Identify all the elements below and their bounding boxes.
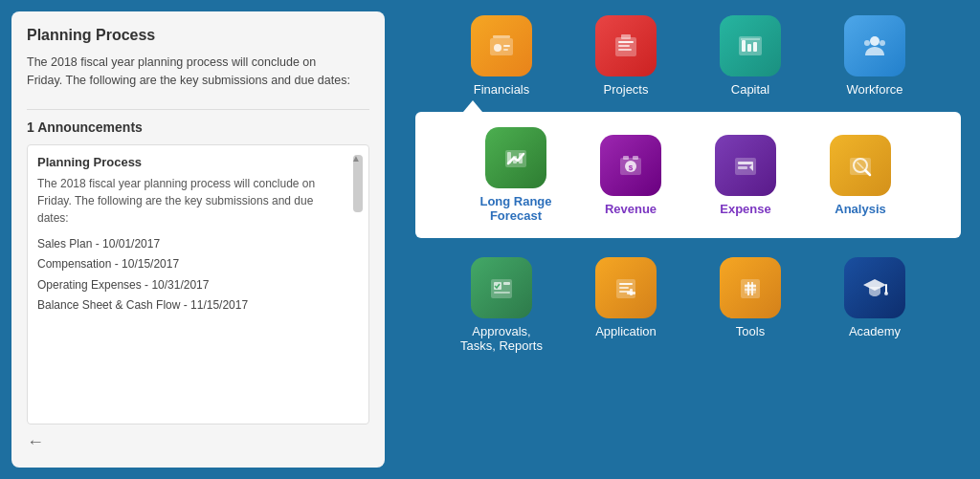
top-apps-row: Financials Projects (415, 15, 961, 97)
svg-rect-12 (747, 44, 751, 52)
svg-rect-43 (627, 292, 635, 294)
ann-item-1: Sales Plan - 10/01/2017 (37, 234, 359, 255)
revenue-label: Revenue (605, 202, 657, 216)
svg-point-15 (870, 36, 880, 46)
approvals-icon (471, 257, 532, 318)
academy-label: Academy (849, 324, 901, 338)
dropdown-box: Long Range Forecast $ Revenue (415, 112, 961, 238)
svg-rect-29 (738, 166, 747, 169)
svg-text:$: $ (629, 163, 634, 172)
svg-rect-36 (503, 282, 510, 285)
capital-label: Capital (731, 82, 769, 97)
announcement-text: The 2018 fiscal year planning process wi… (37, 175, 359, 227)
svg-rect-20 (513, 156, 517, 163)
tools-label: Tools (736, 324, 765, 338)
svg-rect-4 (503, 49, 508, 51)
svg-point-52 (884, 292, 888, 295)
svg-rect-39 (619, 283, 633, 285)
ann-item-4: Balance Sheet & Cash Flow - 11/15/2017 (37, 295, 359, 316)
svg-point-2 (494, 44, 501, 52)
app-approvals[interactable]: Approvals, Tasks, Reports (458, 257, 545, 353)
analysis-label: Analysis (835, 202, 885, 216)
app-application[interactable]: Application (583, 257, 669, 353)
scroll-arrow-up[interactable]: ▲ (351, 153, 361, 163)
app-long-range-forecast[interactable]: Long Range Forecast (473, 127, 559, 223)
announcement-heading: Planning Process (37, 155, 359, 169)
right-panel: Financials Projects (396, 0, 980, 479)
svg-rect-21 (519, 153, 523, 163)
announcement-scrollbar[interactable] (353, 155, 363, 212)
application-icon (595, 257, 657, 318)
svg-rect-40 (619, 287, 629, 289)
academy-icon (844, 257, 905, 318)
svg-rect-26 (633, 156, 638, 160)
application-label: Application (595, 324, 657, 338)
long-range-forecast-label: Long Range Forecast (473, 194, 559, 223)
svg-point-16 (864, 40, 870, 46)
svg-rect-1 (493, 35, 510, 38)
app-capital[interactable]: Capital (707, 15, 793, 97)
svg-point-17 (880, 40, 885, 46)
projects-label: Projects (604, 82, 649, 97)
app-analysis[interactable]: Analysis (817, 135, 903, 216)
capital-icon (720, 15, 781, 76)
app-expense[interactable]: Expense (702, 135, 789, 216)
workforce-icon (844, 15, 905, 76)
planning-description: The 2018 fiscal year planning process wi… (27, 54, 369, 90)
left-panel: Planning Process The 2018 fiscal year pl… (11, 11, 385, 468)
ann-item-2: Compensation - 10/15/2017 (37, 254, 359, 275)
svg-rect-11 (742, 40, 746, 52)
svg-rect-37 (494, 292, 510, 294)
svg-rect-19 (507, 152, 511, 163)
planning-process-title: Planning Process (27, 27, 369, 44)
app-financials[interactable]: Financials (458, 15, 545, 97)
app-tools[interactable]: Tools (707, 257, 793, 353)
back-button[interactable]: ← (27, 432, 369, 452)
svg-rect-25 (623, 156, 629, 160)
projects-icon (595, 15, 657, 76)
expense-icon (715, 135, 776, 196)
announcements-title: 1 Announcements (27, 109, 369, 135)
svg-rect-28 (738, 162, 753, 164)
svg-rect-3 (503, 45, 510, 47)
app-projects[interactable]: Projects (583, 15, 669, 97)
svg-rect-8 (618, 49, 632, 51)
workforce-label: Workforce (847, 82, 903, 97)
bottom-apps-row: Approvals, Tasks, Reports Application (415, 257, 961, 353)
svg-rect-13 (753, 42, 757, 52)
app-workforce[interactable]: Workforce (832, 15, 918, 97)
announcement-section: Planning Process The 2018 fiscal year pl… (27, 144, 369, 425)
ann-item-3: Operating Expenses - 10/31/2017 (37, 275, 359, 296)
financials-label: Financials (474, 82, 530, 97)
long-range-forecast-icon (485, 127, 546, 188)
approvals-label: Approvals, Tasks, Reports (458, 324, 545, 353)
app-revenue[interactable]: $ Revenue (588, 135, 674, 216)
svg-rect-0 (490, 38, 513, 55)
financials-icon (471, 15, 532, 76)
svg-rect-7 (618, 45, 630, 47)
analysis-icon (830, 135, 891, 196)
svg-rect-9 (621, 34, 631, 39)
app-academy[interactable]: Academy (832, 257, 918, 353)
expense-label: Expense (720, 202, 770, 216)
revenue-icon: $ (600, 135, 661, 196)
svg-rect-6 (618, 41, 634, 43)
tools-icon (720, 257, 781, 318)
